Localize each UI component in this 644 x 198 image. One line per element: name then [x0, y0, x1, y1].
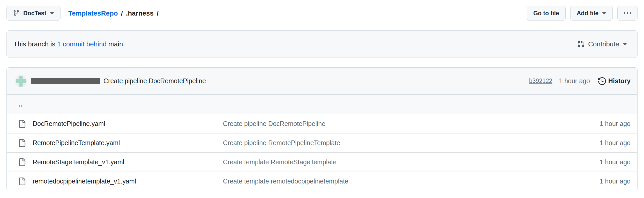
latest-commit-header: Create pipeline DocRemotePipeline b39212…: [7, 68, 637, 95]
file-commit-time: 1 hour ago: [600, 120, 631, 128]
table-row[interactable]: DocRemotePipeline.yaml Create pipeline D…: [7, 114, 637, 133]
file-icon: [18, 120, 33, 128]
add-file-button[interactable]: Add file: [570, 6, 613, 21]
latest-commit-meta: b392122 1 hour ago History: [529, 77, 631, 85]
contribute-button[interactable]: Contribute: [577, 40, 627, 48]
go-to-file-label: Go to file: [533, 10, 559, 17]
history-clock-icon: [598, 77, 606, 85]
commit-author-redacted[interactable]: [31, 78, 100, 84]
add-file-label: Add file: [577, 10, 598, 17]
branch-selector-button[interactable]: DocTest: [6, 6, 61, 21]
commit-hash-link[interactable]: b392122: [529, 77, 552, 84]
file-table: Create pipeline DocRemotePipeline b39212…: [6, 67, 638, 191]
avatar[interactable]: [15, 75, 27, 87]
chevron-down-icon: [623, 43, 627, 45]
file-name-link[interactable]: RemotePipelineTemplate.yaml: [33, 139, 223, 147]
parent-directory-row[interactable]: ..: [7, 95, 637, 114]
contribute-label: Contribute: [588, 40, 619, 48]
file-commit-message-link[interactable]: Create pipeline RemotePipelineTemplate: [223, 139, 600, 147]
history-button[interactable]: History: [598, 77, 631, 85]
table-row[interactable]: RemoteStageTemplate_v1.yaml Create templ…: [7, 152, 637, 172]
file-commit-time: 1 hour ago: [600, 139, 631, 147]
file-name-link[interactable]: RemoteStageTemplate_v1.yaml: [33, 158, 223, 166]
git-branch-icon: [13, 10, 20, 17]
file-name-link[interactable]: DocRemotePipeline.yaml: [33, 120, 223, 128]
history-label: History: [608, 77, 631, 85]
branch-name-label: DocTest: [23, 10, 46, 17]
parent-directory-link[interactable]: ..: [18, 100, 23, 108]
breadcrumb-path-segment: .harness: [126, 9, 154, 17]
branch-status-prefix: This branch is: [13, 40, 55, 48]
repo-file-browser: DocTest TemplatesRepo / .harness / Go to…: [0, 0, 644, 198]
commits-behind-link[interactable]: 1 commit behind: [57, 40, 107, 48]
breadcrumb: TemplatesRepo / .harness /: [68, 9, 159, 17]
breadcrumb-repo-link[interactable]: TemplatesRepo: [68, 9, 118, 17]
latest-commit-message-link[interactable]: Create pipeline DocRemotePipeline: [103, 77, 206, 85]
kebab-horizontal-icon: [624, 10, 631, 17]
go-to-file-button[interactable]: Go to file: [527, 6, 566, 21]
top-bar: DocTest TemplatesRepo / .harness / Go to…: [6, 6, 638, 21]
chevron-down-icon: [602, 12, 606, 15]
file-icon: [18, 139, 33, 147]
more-options-button[interactable]: [617, 6, 638, 21]
branch-status-suffix: main.: [108, 40, 125, 48]
branch-status-text: This branch is 1 commit behind main.: [13, 40, 125, 48]
file-commit-time: 1 hour ago: [600, 178, 631, 185]
git-pull-request-icon: [577, 40, 585, 48]
commit-time: 1 hour ago: [559, 77, 590, 85]
table-row[interactable]: remotedocpipelinetemplate_v1.yaml Create…: [7, 172, 637, 191]
file-commit-message-link[interactable]: Create template RemoteStageTemplate: [223, 158, 600, 166]
top-bar-actions: Go to file Add file: [527, 6, 638, 21]
file-commit-message-link[interactable]: Create pipeline DocRemotePipeline: [223, 120, 600, 128]
file-name-link[interactable]: remotedocpipelinetemplate_v1.yaml: [33, 178, 223, 185]
file-commit-message-link[interactable]: Create template remotedocpipelinetemplat…: [223, 178, 600, 185]
top-bar-left: DocTest TemplatesRepo / .harness /: [6, 6, 159, 21]
breadcrumb-separator: /: [121, 9, 123, 17]
table-row[interactable]: RemotePipelineTemplate.yaml Create pipel…: [7, 133, 637, 152]
chevron-down-icon: [50, 12, 54, 15]
file-icon: [18, 178, 33, 185]
file-commit-time: 1 hour ago: [600, 158, 631, 166]
file-icon: [18, 158, 33, 166]
branch-status-banner: This branch is 1 commit behind main. Con…: [6, 30, 638, 58]
breadcrumb-separator: /: [157, 9, 159, 17]
